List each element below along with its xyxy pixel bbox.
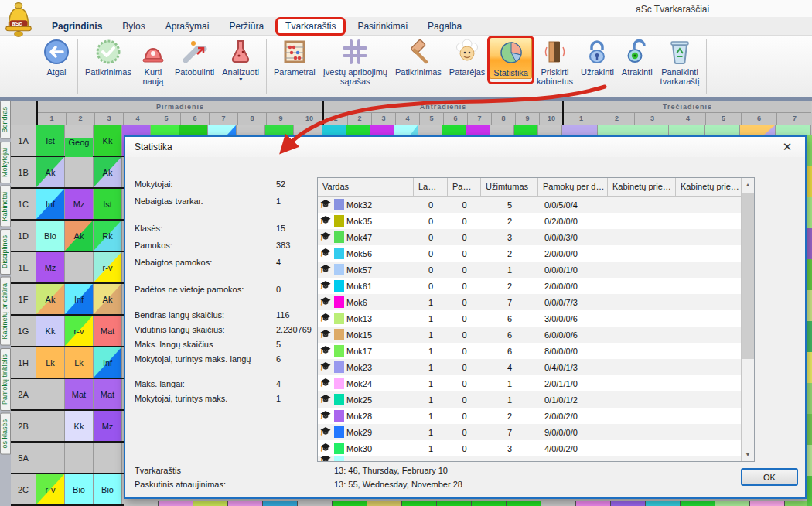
column-header-pa[interactable]: Pa… [448, 178, 481, 197]
lesson-cell[interactable]: Mat [94, 316, 122, 346]
lesson-cell[interactable]: Bio [36, 221, 65, 251]
class-row-label[interactable]: 2B [11, 411, 36, 441]
table-scrollbar[interactable]: ▲ ▼ [741, 178, 754, 461]
class-row-label[interactable]: 1F [11, 284, 36, 314]
lesson-cell[interactable]: Geog [65, 125, 94, 156]
table-row-mok29[interactable]: Mok291079/0/0/0/0 [318, 424, 754, 440]
lesson-cell[interactable]: Ak [65, 221, 94, 251]
toolbar-button-atgal[interactable]: Atgal [39, 37, 73, 77]
class-row-label[interactable]: 1D [11, 221, 36, 251]
lesson-cell[interactable]: Mz [36, 252, 65, 282]
menu-item-pagrindinis[interactable]: Pagrindinis [42, 19, 112, 34]
toolbar-button-atrakinti[interactable]: Atrakinti [619, 37, 656, 77]
table-row-mok24[interactable]: Mok241012/0/1/1/0 [318, 375, 754, 391]
period-number[interactable]: 7 [468, 113, 492, 125]
period-number[interactable]: 2 [599, 113, 635, 125]
period-number[interactable]: 3 [635, 113, 670, 125]
lesson-cell[interactable]: Inf [94, 347, 122, 378]
period-number[interactable]: 3 [372, 113, 396, 125]
menu-item-apra-ymai[interactable]: Aprašymai [155, 19, 220, 34]
period-number[interactable]: 4 [124, 113, 152, 125]
toolbar-button-parametrai[interactable]: Parametrai [271, 37, 319, 77]
toolbar-button-panaikinti-tvarkara-t[interactable]: Panaikinti tvarkaraštį [657, 37, 703, 87]
period-number[interactable]: 9 [267, 113, 295, 125]
lesson-cell[interactable]: Inf [36, 189, 65, 219]
lesson-cell[interactable]: Bio [94, 474, 122, 504]
table-row[interactable] [318, 456, 754, 462]
toolbar-button-analizuoti[interactable]: Analizuoti▾ [219, 37, 262, 84]
period-number[interactable]: 2 [67, 113, 95, 125]
toolbar-button-patikrinimas[interactable]: Patikrinimas [82, 37, 135, 77]
menu-item-pagalba[interactable]: Pagalba [418, 19, 472, 34]
table-row-mok30[interactable]: Mok301034/0/0/2/0 [318, 440, 754, 456]
column-header-kabinet-prie[interactable]: Kabinetų prie… [608, 178, 676, 197]
lesson-cell[interactable]: Ak [36, 284, 65, 314]
period-number[interactable]: 9 [516, 113, 540, 125]
class-row-label[interactable]: 2A [11, 379, 36, 409]
table-row-mok35[interactable]: Mok350020/2/0/0/0 [318, 213, 754, 229]
scroll-up-icon[interactable]: ▲ [742, 178, 754, 191]
lesson-cell[interactable] [36, 379, 65, 409]
lesson-cell[interactable] [94, 443, 122, 473]
column-header-pamok-per-d[interactable]: Pamokų per d… [538, 178, 608, 197]
period-number[interactable]: 5 [706, 113, 742, 125]
table-row-mok17[interactable]: Mok171068/0/0/0/0 [318, 343, 754, 359]
menu-item-tvarkara-tis[interactable]: Tvarkaraštis [275, 17, 346, 36]
column-header-vardas[interactable]: Vardas [318, 178, 414, 197]
lesson-cell[interactable] [65, 157, 94, 187]
period-number[interactable]: 1 [38, 113, 67, 125]
lesson-cell[interactable]: Mz [94, 411, 122, 441]
lesson-cell[interactable]: Ak [94, 284, 122, 314]
class-row-label[interactable]: 1A [11, 125, 36, 156]
table-row-mok56[interactable]: Mok560022/0/0/0/0 [318, 245, 754, 262]
menu-item-bylos[interactable]: Bylos [112, 19, 155, 34]
class-row-label[interactable]: 1C [11, 189, 36, 219]
table-row-mok23[interactable]: Mok231040/4/0/1/3 [318, 359, 754, 375]
scrollbar-thumb[interactable] [742, 193, 754, 359]
period-number[interactable]: 7 [777, 113, 812, 125]
period-number[interactable]: 5 [420, 113, 444, 125]
period-number[interactable]: 6 [181, 113, 210, 125]
period-number[interactable]: 1 [324, 113, 348, 125]
lesson-cell[interactable]: r-v [36, 474, 65, 504]
class-row-label[interactable]: 2C [11, 474, 36, 504]
lesson-cell[interactable]: Mat [94, 379, 122, 409]
period-number[interactable]: 2 [348, 113, 372, 125]
menu-item-pasirinkimai[interactable]: Pasirinkimai [347, 19, 418, 34]
table-row-mok47[interactable]: Mok470030/0/0/3/0 [318, 229, 754, 245]
period-number[interactable]: 8 [238, 113, 267, 125]
table-row-mok28[interactable]: Mok281022/0/0/2/0 [318, 408, 754, 424]
lesson-cell[interactable]: Bio [65, 474, 94, 504]
menu-item-per-i-ra[interactable]: Peržiūra [219, 19, 274, 34]
period-number[interactable]: 10 [540, 113, 564, 125]
table-row-mok32[interactable]: Mok320050/0/5/0/4 [318, 197, 754, 213]
chevron-down-icon[interactable]: ▾ [239, 77, 242, 83]
class-row-label[interactable]: 1G [11, 316, 36, 346]
lesson-cell[interactable]: Kk [94, 125, 122, 156]
toolbar-button-statistika[interactable]: Statistika [490, 37, 532, 79]
sidebar-tab-pamok-tinklelis[interactable]: Pamokų tinklelis [0, 348, 11, 411]
period-number[interactable]: 3 [95, 113, 124, 125]
sidebar-tab-os-klas-s[interactable]: os klasės [0, 413, 11, 455]
period-number[interactable]: 4 [670, 113, 706, 125]
sidebar-tab-mokytojai[interactable]: Mokytojai [0, 142, 11, 183]
lesson-cell[interactable]: Ak [36, 157, 65, 187]
period-number[interactable]: 10 [295, 113, 324, 125]
toolbar-button-priskirti-kabinetus[interactable]: Priskirti kabinetus [534, 37, 576, 87]
period-number[interactable]: 1 [564, 113, 599, 125]
period-number[interactable]: 8 [492, 113, 516, 125]
toolbar-button-patikrinimas[interactable]: Patikrinimas [392, 37, 445, 77]
column-header-kabinet-prie[interactable]: Kabinetų prie… [676, 178, 742, 197]
class-row-label[interactable]: 5A [11, 443, 36, 473]
period-number[interactable]: 6 [742, 113, 777, 125]
column-header-u-imtumas[interactable]: Užimtumas [481, 178, 538, 197]
period-number[interactable]: 5 [152, 113, 181, 125]
lesson-cell[interactable] [65, 252, 94, 282]
lesson-cell[interactable]: Rk [94, 221, 122, 251]
lesson-cell[interactable] [36, 443, 65, 473]
toolbar-button-patar-jas[interactable]: Patarėjas [446, 37, 488, 77]
period-number[interactable]: 6 [444, 113, 468, 125]
lesson-cell[interactable]: r-v [94, 252, 122, 282]
sidebar-tab-kabinet-prie-i-ra[interactable]: Kabinetų priežiūra [0, 277, 11, 346]
lesson-cell[interactable]: Ist [36, 125, 65, 156]
